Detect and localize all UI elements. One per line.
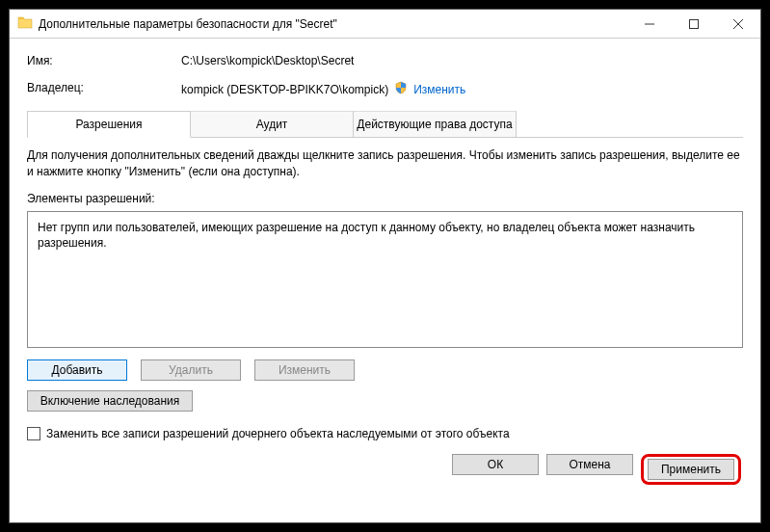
owner-label: Владелец:: [27, 81, 181, 97]
owner-value: kompick (DESKTOP-BPIKK7O\kompick): [181, 83, 388, 96]
close-button[interactable]: [716, 10, 760, 39]
listbox-message: Нет групп или пользователей, имеющих раз…: [38, 221, 695, 251]
cancel-button[interactable]: Отмена: [546, 454, 633, 475]
svg-rect-1: [690, 19, 699, 28]
edit-button: Изменить: [254, 359, 355, 381]
titlebar: Дополнительные параметры безопасности дл…: [10, 10, 760, 39]
permission-buttons-row: Добавить Удалить Изменить: [27, 359, 743, 381]
shield-icon: [394, 81, 408, 97]
remove-button: Удалить: [141, 359, 241, 381]
tab-permissions[interactable]: Разрешения: [27, 111, 191, 138]
replace-checkbox[interactable]: [27, 427, 40, 440]
window-title: Дополнительные параметры безопасности дл…: [39, 17, 627, 31]
apply-button[interactable]: Применить: [648, 459, 734, 480]
name-row: Имя: C:\Users\kompick\Desktop\Secret: [27, 54, 743, 67]
ok-button[interactable]: ОК: [452, 454, 539, 475]
tab-audit[interactable]: Аудит: [190, 111, 354, 137]
dialog-buttons-row: ОК Отмена Применить: [27, 454, 743, 485]
security-window: Дополнительные параметры безопасности дл…: [9, 9, 761, 523]
replace-checkbox-label: Заменить все записи разрешений дочернего…: [46, 427, 510, 440]
tab-effective-access[interactable]: Действующие права доступа: [353, 111, 517, 137]
description-text: Для получения дополнительных сведений дв…: [27, 147, 743, 180]
replace-checkbox-row: Заменить все записи разрешений дочернего…: [27, 427, 743, 440]
owner-row: Владелец: kompick (DESKTOP-BPIKK7O\kompi…: [27, 81, 743, 97]
inherit-row: Включение наследования: [27, 390, 743, 412]
permissions-section-label: Элементы разрешений:: [27, 192, 743, 205]
add-button[interactable]: Добавить: [27, 359, 127, 381]
content-area: Имя: C:\Users\kompick\Desktop\Secret Вла…: [10, 39, 760, 522]
maximize-button[interactable]: [672, 10, 716, 39]
name-value: C:\Users\kompick\Desktop\Secret: [181, 54, 354, 67]
change-owner-link[interactable]: Изменить: [413, 83, 465, 96]
folder-icon: [17, 14, 33, 33]
name-label: Имя:: [27, 54, 181, 67]
minimize-button[interactable]: [627, 10, 672, 39]
tabs: Разрешения Аудит Действующие права досту…: [27, 111, 743, 138]
apply-highlight: Применить: [641, 454, 741, 485]
permissions-listbox[interactable]: Нет групп или пользователей, имеющих раз…: [27, 211, 743, 348]
enable-inheritance-button[interactable]: Включение наследования: [27, 390, 193, 412]
